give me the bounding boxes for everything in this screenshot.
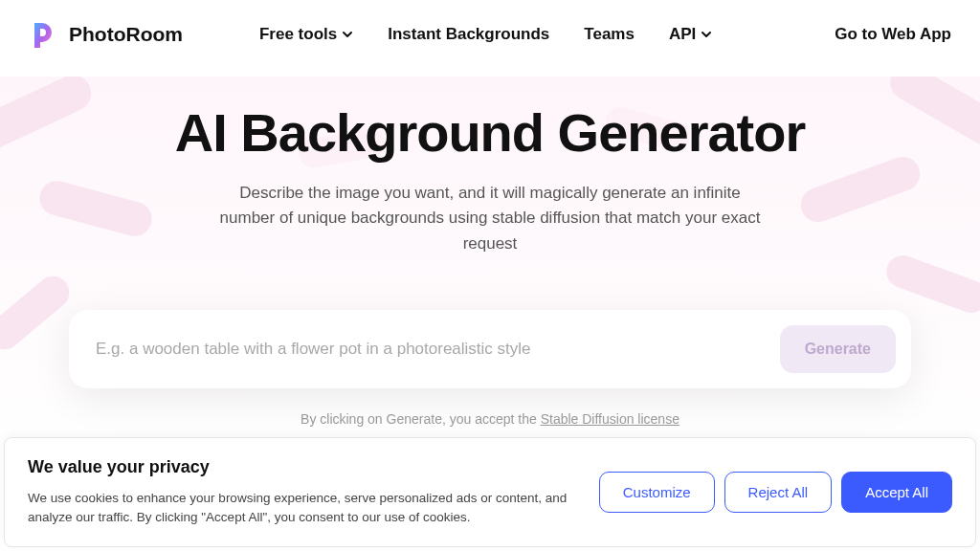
cookie-title: We value your privacy [28, 457, 576, 477]
customize-button[interactable]: Customize [599, 472, 715, 513]
cookie-buttons: Customize Reject All Accept All [599, 472, 952, 513]
nav-label: Teams [584, 25, 635, 44]
nav-teams[interactable]: Teams [584, 25, 635, 44]
nav-label: Instant Backgrounds [388, 25, 549, 44]
license-prefix: By clicking on Generate, you accept the [301, 411, 541, 427]
accept-all-button[interactable]: Accept All [841, 472, 952, 513]
nav-api[interactable]: API [669, 25, 712, 44]
cookie-description: We use cookies to enhance your browsing … [28, 489, 576, 528]
hero-description: Describe the image you want, and it will… [212, 181, 768, 256]
go-to-webapp-link[interactable]: Go to Web App [835, 25, 951, 44]
nav-label: API [669, 25, 696, 44]
logo[interactable]: PhotoRoom [29, 19, 183, 50]
nav-label: Free tools [259, 25, 337, 44]
main-nav: Free tools Instant Backgrounds Teams API [259, 25, 712, 44]
logo-text: PhotoRoom [69, 23, 183, 46]
cookie-text: We value your privacy We use cookies to … [28, 457, 576, 528]
chevron-down-icon [701, 29, 712, 40]
stable-diffusion-license-link[interactable]: Stable Diffusion license [541, 411, 679, 427]
header: PhotoRoom Free tools Instant Backgrounds… [0, 0, 980, 69]
prompt-input[interactable] [96, 340, 765, 359]
generate-button[interactable]: Generate [780, 325, 896, 373]
nav-free-tools[interactable]: Free tools [259, 25, 353, 44]
photoroom-logo-icon [29, 19, 59, 50]
prompt-card: Generate [69, 310, 911, 388]
reject-all-button[interactable]: Reject All [724, 472, 833, 513]
hero-section: AI Background Generator Describe the ima… [0, 69, 980, 427]
cookie-banner: We value your privacy We use cookies to … [4, 437, 976, 548]
license-text: By clicking on Generate, you accept the … [0, 411, 980, 427]
chevron-down-icon [342, 29, 353, 40]
page-title: AI Background Generator [0, 101, 980, 164]
nav-instant-backgrounds[interactable]: Instant Backgrounds [388, 25, 549, 44]
